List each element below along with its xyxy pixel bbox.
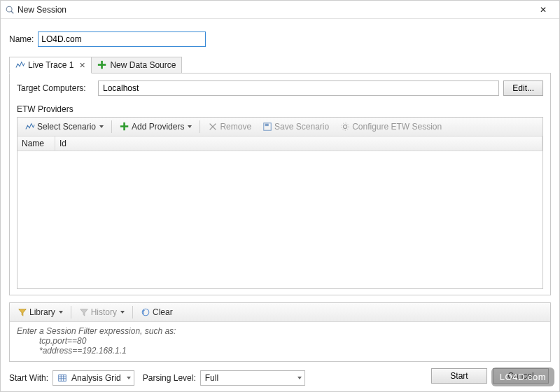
tab-body: Target Computers: Edit... ETW Providers …	[9, 73, 551, 295]
new-data-source-tab[interactable]: New Data Source	[91, 57, 182, 74]
add-providers-label: Add Providers	[132, 122, 184, 132]
filter-hint-example1: tcp.port==80	[39, 336, 543, 346]
svg-rect-16	[59, 375, 66, 382]
filter-toolbar: Library History Clear	[10, 303, 550, 322]
chevron-down-icon	[298, 377, 302, 379]
session-icon	[5, 5, 15, 15]
tab-label: Live Trace 1	[28, 60, 74, 70]
chevron-down-icon	[127, 377, 131, 379]
session-name-input[interactable]	[38, 31, 206, 47]
plus-icon	[97, 60, 107, 70]
target-computers-row: Target Computers: Edit...	[17, 80, 543, 96]
history-button[interactable]: History	[74, 305, 130, 319]
gear-icon	[340, 122, 350, 132]
svg-rect-3	[98, 64, 106, 66]
client-area: Name: Live Trace 1 ✕ New Data Source	[1, 19, 559, 391]
save-icon	[262, 122, 272, 132]
tab-live-trace-1[interactable]: Live Trace 1 ✕	[9, 57, 92, 74]
filter-panel: Library History Clear	[9, 302, 551, 362]
toolbar-separator	[71, 306, 71, 318]
filter-hint-example2: *address==192.168.1.1	[39, 346, 543, 356]
grid-col-id[interactable]: Id	[55, 136, 542, 150]
etw-providers-box: Select Scenario Add Providers	[17, 117, 543, 289]
start-with-select[interactable]: Analysis Grid	[52, 370, 134, 386]
remove-provider-button[interactable]: Remove	[203, 120, 256, 134]
new-session-dialog: New Session ✕ Name: Live Trace 1 ✕	[0, 0, 560, 392]
filter-hint-line1: Enter a Session Filter expression, such …	[17, 326, 176, 336]
remove-icon	[208, 122, 218, 132]
library-label: Library	[29, 307, 55, 317]
library-button[interactable]: Library	[13, 305, 68, 319]
configure-etw-label: Configure ETW Session	[352, 122, 442, 132]
close-icon: ✕	[540, 5, 547, 15]
parsing-level-label: Parsing Level:	[143, 373, 196, 383]
add-providers-button[interactable]: Add Providers	[115, 120, 197, 134]
parsing-level-select[interactable]: Full	[200, 370, 305, 386]
dialog-buttons: Start Cancel	[431, 368, 549, 384]
save-scenario-button[interactable]: Save Scenario	[258, 120, 334, 134]
grid-col-name[interactable]: Name	[18, 136, 55, 150]
toolbar-separator	[200, 120, 200, 133]
grid-icon	[57, 373, 67, 383]
providers-grid-header: Name Id	[18, 136, 542, 151]
start-button[interactable]: Start	[431, 368, 487, 384]
chevron-down-icon	[99, 125, 104, 128]
scenario-icon	[25, 122, 35, 132]
svg-marker-13	[80, 309, 88, 316]
funnel-icon	[79, 307, 89, 317]
window-close-button[interactable]: ✕	[531, 3, 555, 17]
svg-line-1	[11, 10, 14, 13]
etw-providers-label: ETW Providers	[17, 104, 543, 114]
svg-rect-9	[265, 124, 269, 127]
select-scenario-label: Select Scenario	[37, 122, 96, 132]
history-label: History	[91, 307, 117, 317]
trace-icon	[15, 60, 25, 70]
window-title-wrap: New Session	[5, 5, 531, 15]
name-row: Name:	[9, 31, 551, 47]
tabs-row: Live Trace 1 ✕ New Data Source	[9, 57, 551, 74]
tab-close-button[interactable]: ✕	[79, 61, 85, 70]
clear-filter-label: Clear	[153, 307, 173, 317]
new-data-source-label: New Data Source	[110, 60, 176, 70]
toolbar-separator	[132, 306, 133, 318]
toolbar-separator	[111, 120, 112, 133]
start-with-label: Start With:	[9, 373, 48, 383]
select-scenario-button[interactable]: Select Scenario	[20, 120, 108, 134]
chevron-down-icon	[59, 311, 63, 314]
save-scenario-label: Save Scenario	[274, 122, 329, 132]
etw-toolbar: Select Scenario Add Providers	[18, 118, 542, 136]
cancel-button[interactable]: Cancel	[493, 368, 549, 384]
remove-provider-label: Remove	[220, 122, 251, 132]
svg-marker-15	[144, 310, 146, 312]
plus-icon	[120, 122, 130, 132]
clear-icon	[141, 307, 150, 317]
funnel-icon	[18, 307, 27, 317]
edit-target-button[interactable]: Edit...	[503, 80, 543, 96]
filter-expression-input[interactable]: Enter a Session Filter expression, such …	[10, 322, 550, 361]
titlebar: New Session ✕	[1, 1, 559, 19]
window-title: New Session	[18, 5, 66, 15]
svg-point-10	[344, 125, 347, 128]
target-computers-input[interactable]	[98, 80, 499, 96]
chevron-down-icon	[188, 125, 192, 128]
target-computers-label: Target Computers:	[17, 83, 94, 93]
svg-point-11	[342, 123, 349, 131]
start-with-value: Analysis Grid	[71, 373, 121, 383]
svg-marker-12	[19, 309, 27, 316]
providers-grid-body	[18, 151, 542, 288]
configure-etw-button[interactable]: Configure ETW Session	[335, 120, 447, 134]
parsing-level-value: Full	[205, 373, 218, 383]
svg-rect-5	[120, 125, 128, 127]
name-label: Name:	[9, 34, 34, 44]
chevron-down-icon	[120, 311, 125, 314]
clear-filter-button[interactable]: Clear	[136, 305, 178, 319]
